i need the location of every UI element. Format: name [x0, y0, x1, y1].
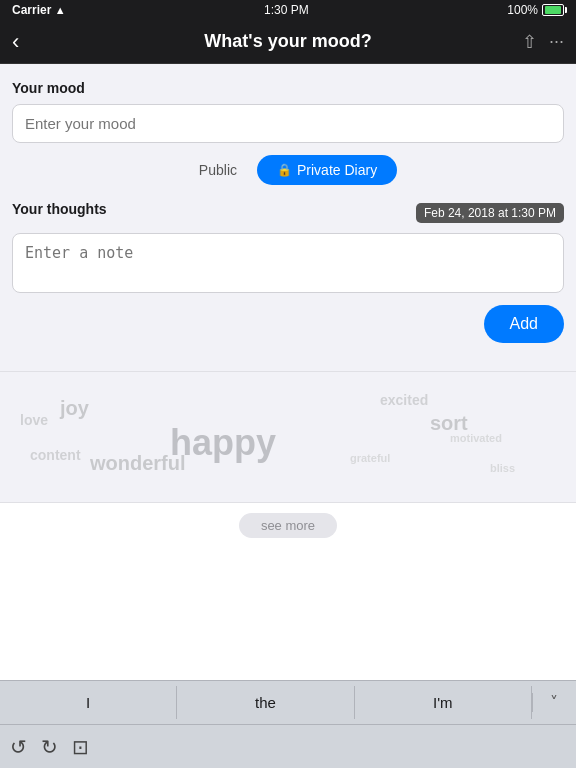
keyboard-toolbar: ↺ ↻ ⊡ — [0, 724, 576, 768]
paste-button[interactable]: ⊡ — [72, 735, 89, 759]
cloud-word-sort: sort — [430, 412, 468, 435]
cloud-word-content: content — [30, 447, 81, 463]
cloud-word-excited: excited — [380, 392, 428, 408]
suggestion-i[interactable]: I — [0, 686, 177, 719]
add-button[interactable]: Add — [484, 305, 564, 343]
add-btn-row: Add — [12, 305, 564, 343]
note-input[interactable] — [12, 233, 564, 293]
lock-icon: 🔒 — [277, 163, 292, 177]
date-badge: Feb 24, 2018 at 1:30 PM — [416, 203, 564, 223]
more-icon[interactable]: ··· — [549, 31, 564, 52]
keyboard-suggestions: I the I'm ˅ — [0, 680, 576, 724]
mood-input[interactable] — [12, 104, 564, 143]
thoughts-section-label: Your thoughts — [12, 201, 107, 217]
see-more-button[interactable]: see more — [239, 513, 337, 538]
mood-section-label: Your mood — [12, 80, 564, 96]
cloud-word-love: love — [20, 412, 48, 428]
nav-title: What's your mood? — [204, 31, 371, 52]
public-toggle[interactable]: Public — [179, 155, 257, 185]
nav-right-icons: ⇧ ··· — [522, 31, 564, 53]
toggle-row: Public 🔒 Private Diary — [12, 155, 564, 185]
thoughts-header: Your thoughts Feb 24, 2018 at 1:30 PM — [12, 201, 564, 225]
battery-area: 100% — [507, 3, 564, 17]
cloud-word-joy: joy — [60, 397, 89, 420]
private-diary-toggle[interactable]: 🔒 Private Diary — [257, 155, 397, 185]
cloud-word-wonderful: wonderful — [90, 452, 186, 475]
redo-button[interactable]: ↻ — [41, 735, 58, 759]
cloud-word-bliss: bliss — [490, 462, 515, 474]
time-label: 1:30 PM — [264, 3, 309, 17]
keyboard-area: I the I'm ˅ ↺ ↻ ⊡ — [0, 680, 576, 768]
battery-icon — [542, 4, 564, 16]
share-icon[interactable]: ⇧ — [522, 31, 537, 53]
nav-bar: ‹ What's your mood? ⇧ ··· — [0, 20, 576, 64]
status-bar: Carrier ▲ 1:30 PM 100% — [0, 0, 576, 20]
back-button[interactable]: ‹ — [12, 31, 19, 53]
content-area: Your mood Public 🔒 Private Diary Your th… — [0, 64, 576, 371]
suggestion-im[interactable]: I'm — [355, 686, 532, 719]
carrier-label: Carrier ▲ — [12, 3, 66, 17]
word-cloud-inner: happyjoyexcitedmotivatedcontentwonderful… — [0, 382, 576, 492]
wifi-icon: ▲ — [55, 4, 66, 16]
suggestion-the[interactable]: the — [177, 686, 354, 719]
undo-button[interactable]: ↺ — [10, 735, 27, 759]
see-more-row: see more — [0, 513, 576, 538]
cloud-word-grateful: grateful — [350, 452, 390, 464]
mood-cloud: happyjoyexcitedmotivatedcontentwonderful… — [0, 371, 576, 503]
keyboard-expand-button[interactable]: ˅ — [532, 693, 576, 712]
